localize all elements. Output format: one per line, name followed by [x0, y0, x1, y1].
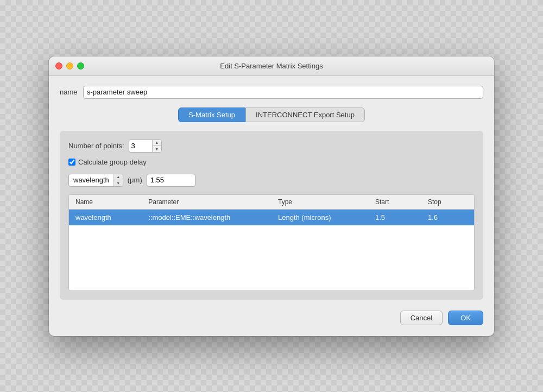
cell-name: wavelength	[69, 209, 142, 225]
window-content: name S-Matrix Setup INTERCONNECT Export …	[49, 76, 494, 336]
cell-type: Length (microns)	[272, 209, 369, 225]
unit-label: (μm)	[128, 176, 142, 184]
points-label: Number of points:	[68, 142, 124, 150]
titlebar: Edit S-Parameter Matrix Settings	[49, 56, 494, 76]
ok-button[interactable]: OK	[448, 311, 483, 325]
col-parameter: Parameter	[142, 195, 272, 210]
points-input[interactable]	[129, 140, 152, 152]
maximize-button[interactable]	[77, 62, 84, 69]
tab-smatrix-setup[interactable]: S-Matrix Setup	[178, 108, 245, 122]
dropdown-up-button[interactable]: ▲	[114, 174, 123, 180]
wavelength-row: wavelength ▲ ▼ (μm)	[68, 174, 475, 187]
dropdown-arrows: ▲ ▼	[113, 174, 123, 187]
col-stop: Stop	[421, 195, 474, 210]
window-title: Edit S-Parameter Matrix Settings	[220, 62, 323, 70]
cell-parameter: ::model::EME::wavelength	[142, 209, 272, 225]
group-delay-label: Calculate group delay	[78, 158, 147, 166]
parameters-table: Name Parameter Type Start Stop wavelengt…	[69, 195, 474, 290]
points-spinner: ▲ ▼	[129, 140, 162, 153]
smatrix-panel: Number of points: ▲ ▼ Calculate group de…	[60, 131, 483, 300]
checkbox-row: Calculate group delay	[68, 158, 475, 166]
table-row[interactable]: wavelength ::model::EME::wavelength Leng…	[69, 209, 474, 225]
name-label: name	[60, 88, 79, 96]
close-button[interactable]	[55, 62, 62, 69]
name-input[interactable]	[83, 86, 483, 99]
points-row: Number of points: ▲ ▼	[68, 140, 475, 153]
cell-stop: 1.6	[421, 209, 474, 225]
name-row: name	[60, 86, 483, 99]
empty-rows	[69, 225, 474, 290]
col-start: Start	[369, 195, 421, 210]
tab-interconnect-export[interactable]: INTERCONNECT Export Setup	[245, 108, 365, 122]
spinner-arrows: ▲ ▼	[152, 140, 161, 152]
cancel-button[interactable]: Cancel	[400, 311, 443, 325]
spinner-up-button[interactable]: ▲	[153, 140, 161, 146]
tabs-row: S-Matrix Setup INTERCONNECT Export Setup	[60, 108, 483, 122]
table-header-row: Name Parameter Type Start Stop	[69, 195, 474, 210]
wavelength-dropdown[interactable]: wavelength ▲ ▼	[68, 174, 123, 187]
wavelength-value-input[interactable]	[147, 174, 195, 187]
footer: Cancel OK	[60, 308, 483, 325]
group-delay-checkbox[interactable]	[68, 159, 75, 166]
minimize-button[interactable]	[66, 62, 73, 69]
cell-start: 1.5	[369, 209, 421, 225]
parameters-table-container: Name Parameter Type Start Stop wavelengt…	[68, 194, 475, 291]
spinner-down-button[interactable]: ▼	[153, 146, 161, 152]
col-name: Name	[69, 195, 142, 210]
dropdown-value-label: wavelength	[69, 174, 113, 187]
dropdown-down-button[interactable]: ▼	[114, 180, 123, 187]
dialog-window: Edit S-Parameter Matrix Settings name S-…	[49, 56, 494, 336]
col-type: Type	[272, 195, 369, 210]
traffic-lights	[55, 62, 84, 69]
